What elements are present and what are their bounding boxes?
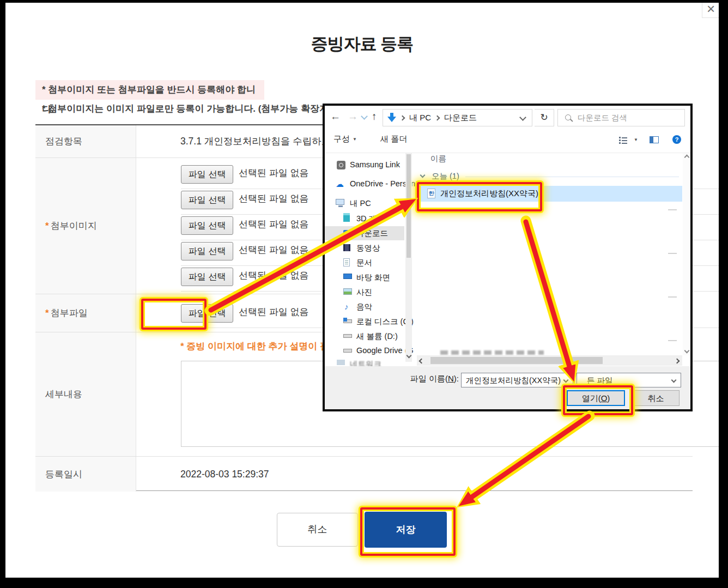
address-bar[interactable]: 내 PC 다운로드: [383, 109, 532, 126]
list-scroll-right-icon[interactable]: [674, 358, 680, 363]
sidebar-item-samsung-link[interactable]: Samsung Link: [325, 158, 404, 172]
refresh-button[interactable]: ↻: [535, 109, 554, 126]
sidebar-item-google-drive[interactable]: Google Drive (G: [325, 344, 404, 358]
sidebar-item-label: 문서: [356, 258, 372, 268]
attach-file-label: * 첨부파일: [35, 294, 136, 332]
file-name-label-key: N: [448, 374, 454, 383]
sidebar-item-downloads[interactable]: 다운로드: [325, 226, 404, 240]
back-button[interactable]: ←: [330, 111, 341, 123]
sidebar-item-label: 바탕 화면: [356, 272, 390, 283]
3d-objects-icon: [343, 215, 350, 222]
search-placeholder: 다운로드 검색: [578, 113, 627, 123]
check-item-label: 점검항목: [35, 125, 136, 157]
cancel-button[interactable]: 취소: [277, 513, 358, 547]
list-divider-dash: [668, 296, 677, 298]
samsung-link-icon: [337, 161, 345, 169]
help-icon[interactable]: ?: [672, 135, 681, 144]
organize-caret-icon: ▼: [353, 137, 357, 142]
list-divider-dash: [668, 209, 677, 210]
downloads-folder-icon: [343, 230, 351, 236]
file-select-button[interactable]: 파일 선택: [181, 191, 233, 209]
file-type-combobox[interactable]: 든 파일: [577, 373, 681, 387]
sidebar-item-onedrive[interactable]: ☁ OneDrive - Person: [325, 177, 404, 191]
list-view-icon[interactable]: [619, 136, 627, 143]
new-folder-button[interactable]: 새 폴더: [380, 134, 407, 144]
sidebar-item-label: 내 PC: [350, 198, 371, 209]
documents-icon: [343, 258, 350, 266]
sidebar-scrollbar-thumb[interactable]: [407, 154, 411, 258]
sidebar-item-videos[interactable]: 동영상: [325, 241, 404, 255]
sidebar-item-my-pc[interactable]: 내 PC: [325, 196, 404, 210]
frame-edge-top: [0, 0, 728, 3]
attach-image-label: * 첨부이미지: [35, 158, 136, 294]
list-horizontal-scrollbar[interactable]: [417, 355, 682, 366]
file-select-button[interactable]: 파일 선택: [181, 268, 233, 286]
open-button[interactable]: 열기(O): [567, 390, 625, 406]
file-name-combobox[interactable]: 개인정보처리방침(XX약국): [461, 373, 573, 387]
sidebar-item-local-disk-c[interactable]: 로컬 디스크 (C:): [325, 314, 404, 329]
file-select-button[interactable]: 파일 선택: [181, 216, 233, 235]
up-button[interactable]: ↑: [372, 111, 377, 123]
check-item-label-text: 점검항목: [45, 135, 82, 148]
sidebar-item-documents[interactable]: 문서: [325, 256, 404, 270]
list-scroll-left-icon[interactable]: [418, 358, 424, 363]
breadcrumb-separator-icon: [435, 116, 440, 121]
organize-label: 구성: [333, 134, 350, 143]
column-header-name[interactable]: 이름: [430, 154, 446, 164]
group-label: 오늘 (1): [432, 171, 459, 181]
history-chevron-icon[interactable]: [361, 113, 368, 120]
row-reg-date: 등록일시 2022-08-03 15:29:37: [35, 457, 693, 492]
group-collapse-icon[interactable]: [420, 173, 426, 178]
sidebar-item-label: 로컬 디스크 (C:): [356, 317, 414, 327]
sidebar-item-music[interactable]: ♪ 음악: [325, 300, 404, 314]
close-icon[interactable]: ×: [702, 1, 719, 18]
list-vertical-scrollbar[interactable]: [683, 153, 690, 355]
dialog-cancel-button[interactable]: 취소: [632, 390, 680, 406]
sidebar-scrollbar[interactable]: [405, 153, 412, 362]
file-name-dropdown-icon[interactable]: [563, 378, 569, 383]
save-button[interactable]: 저장: [365, 512, 447, 548]
horizontal-scrollbar-thumb[interactable]: [430, 357, 603, 364]
file-select-button[interactable]: 파일 선택: [181, 242, 233, 260]
list-scroll-down-icon[interactable]: [684, 348, 689, 353]
file-select-button[interactable]: 파일 선택: [181, 165, 233, 184]
new-volume-drive-icon: [343, 334, 352, 338]
group-divider-line: [465, 177, 679, 177]
hwp-file-icon: 한: [427, 189, 435, 198]
sidebar-item-3d-objects[interactable]: 3D 개체: [325, 211, 404, 226]
notice-required: * 첨부이미지 또는 첨부파일을 반드시 등록해야 합니다.: [35, 80, 264, 100]
breadcrumb-downloads[interactable]: 다운로드: [444, 113, 477, 123]
open-label-suffix: ): [607, 393, 610, 403]
frame-edge-bottom: [0, 578, 728, 588]
sidebar-item-new-volume-d[interactable]: 새 볼륨 (D:): [325, 329, 404, 343]
file-name-value: 개인정보처리방침(XX약국): [466, 375, 561, 386]
search-input[interactable]: 다운로드 검색: [557, 109, 685, 126]
view-options-caret-icon[interactable]: ▼: [634, 137, 638, 142]
sidebar-item-pictures[interactable]: 사진: [325, 285, 404, 299]
file-type-dropdown-icon[interactable]: [671, 378, 677, 383]
breadcrumb-my-pc[interactable]: 내 PC: [409, 113, 431, 123]
network-icon: [337, 360, 345, 365]
my-pc-icon: [336, 199, 344, 205]
sidebar-scroll-down-icon[interactable]: [406, 353, 411, 358]
reg-date-label: 등록일시: [35, 457, 136, 492]
file-list-item-selected[interactable]: 한 개인정보처리방침(XX약국): [417, 186, 682, 202]
detail-label: 세부내용: [35, 332, 136, 456]
no-file-text: 선택된 파일 없음: [239, 269, 308, 282]
list-scroll-up-icon[interactable]: [684, 154, 689, 160]
attach-image-label-text: 첨부이미지: [51, 220, 97, 232]
preview-pane-icon[interactable]: [650, 136, 659, 143]
no-file-text: 선택된 파일 없음: [239, 167, 308, 179]
google-drive-icon: [343, 349, 352, 353]
file-select-button-attach-file[interactable]: 파일 선택: [181, 304, 233, 323]
page-title: 증빙자료 등록: [5, 33, 719, 56]
forward-button[interactable]: →: [348, 111, 358, 123]
sidebar-item-network[interactable]: 네트워크: [325, 359, 404, 366]
reg-date-value: 2022-08-03 15:29:37: [180, 457, 269, 492]
downloads-icon-head: [387, 117, 396, 122]
address-dropdown-icon[interactable]: [519, 114, 526, 121]
sidebar-item-label: Samsung Link: [350, 160, 400, 169]
required-asterisk: *: [45, 308, 49, 319]
organize-menu[interactable]: 구성▼: [333, 134, 357, 144]
sidebar-item-desktop[interactable]: 바탕 화면: [325, 270, 404, 284]
